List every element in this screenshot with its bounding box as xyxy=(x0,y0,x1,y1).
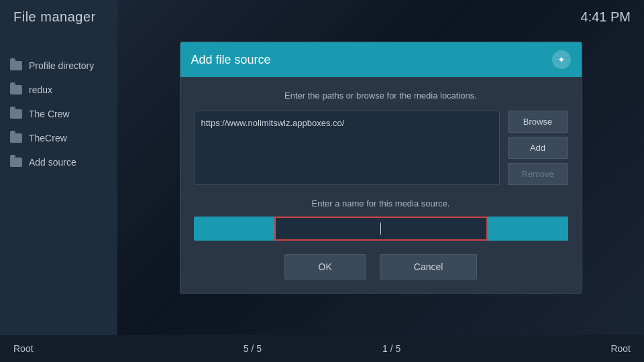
add-button[interactable]: Add xyxy=(508,137,568,159)
add-file-source-dialog: Add file source ✦ Enter the paths or bro… xyxy=(180,42,582,294)
browse-button[interactable]: Browse xyxy=(508,111,568,133)
dialog-title: Add file source xyxy=(191,53,271,67)
name-input-field[interactable] xyxy=(274,217,488,241)
bottom-left-label: Root xyxy=(13,343,34,354)
source-area: https://www.nolimitswiz.appboxes.co/ Bro… xyxy=(194,111,568,185)
bottom-center: 5 / 5 1 / 5 xyxy=(244,343,401,354)
folder-icon xyxy=(10,61,22,70)
cancel-button[interactable]: Cancel xyxy=(380,254,478,280)
dialog-actions: OK Cancel xyxy=(194,254,568,280)
dialog-body: Enter the paths or browse for the media … xyxy=(180,77,582,293)
folder-icon xyxy=(10,158,22,167)
ok-button[interactable]: OK xyxy=(284,254,366,280)
kodi-icon: ✦ xyxy=(552,50,571,69)
bottom-page-left: 5 / 5 xyxy=(244,343,262,354)
sidebar-item-label: Profile directory xyxy=(29,60,94,71)
source-url-textbox[interactable]: https://www.nolimitswiz.appboxes.co/ xyxy=(194,111,500,185)
sidebar-item-label: TheCrew xyxy=(29,133,67,143)
bottom-page-right: 1 / 5 xyxy=(382,343,400,354)
sidebar-item-add-source[interactable]: Add source xyxy=(0,150,117,174)
app-title: File manager xyxy=(13,9,96,25)
sidebar-item-thecrew[interactable]: TheCrew xyxy=(0,126,117,150)
source-buttons: Browse Add Remove xyxy=(508,111,568,185)
bottom-bar: Root 5 / 5 1 / 5 Root xyxy=(0,335,644,362)
sidebar-item-the-crew[interactable]: The Crew xyxy=(0,102,117,126)
dialog-instruction: Enter the paths or browse for the media … xyxy=(194,90,568,101)
bottom-right-label: Root xyxy=(610,343,631,354)
sidebar-item-redux[interactable]: redux xyxy=(0,78,117,102)
dialog-overlay: Add file source ✦ Enter the paths or bro… xyxy=(117,0,644,335)
name-input-right-decoration xyxy=(488,217,568,241)
name-input-left-decoration xyxy=(194,217,274,241)
sidebar-item-label: Add source xyxy=(29,157,76,168)
url-value: https://www.nolimitswiz.appboxes.co/ xyxy=(201,118,345,128)
sidebar-item-profile-directory[interactable]: Profile directory xyxy=(0,54,117,78)
sidebar: Profile directory redux The Crew TheCrew… xyxy=(0,34,117,335)
sidebar-item-label: redux xyxy=(29,84,52,95)
sidebar-item-label: The Crew xyxy=(29,109,70,119)
remove-button[interactable]: Remove xyxy=(508,163,568,185)
folder-icon xyxy=(10,85,22,95)
dialog-header: Add file source ✦ xyxy=(180,42,582,77)
folder-icon xyxy=(10,109,22,119)
name-input-row xyxy=(194,217,568,241)
name-instruction: Enter a name for this media source. xyxy=(194,198,568,208)
text-cursor xyxy=(380,223,381,235)
folder-icon xyxy=(10,133,22,143)
